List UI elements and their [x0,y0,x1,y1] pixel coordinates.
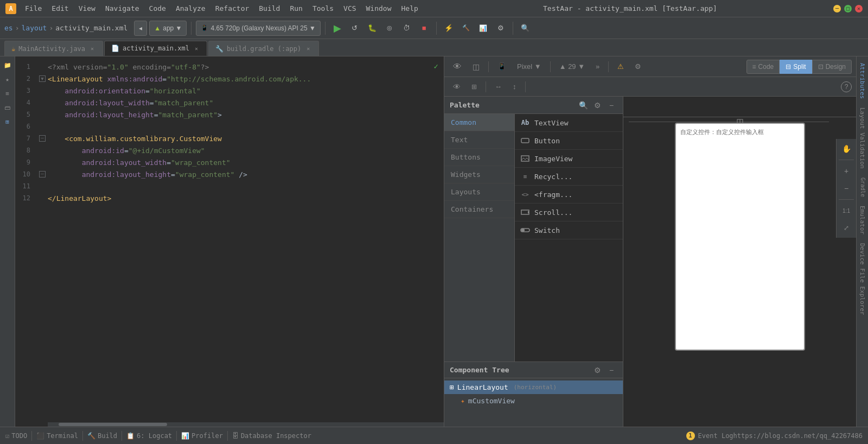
restore-button[interactable]: □ [844,5,852,12]
pixel-btn[interactable]: Pixel ▼ [513,60,546,74]
eye-toggle-btn[interactable]: 👁 [449,60,466,74]
fold-icon-10[interactable]: ─ [39,171,46,177]
breadcrumb-layout[interactable]: layout [21,24,47,32]
move-up-btn[interactable]: ↕ [508,80,521,94]
status-event[interactable]: 1 Event Loghttps://blog.csdn.net/qq_4226… [686,432,863,440]
tab-activity-main[interactable]: 📄 activity_main.xml ✕ [104,41,207,56]
code-horizontal-scrollbar[interactable] [48,422,444,427]
help-btn[interactable]: ? [841,81,852,92]
app-selector[interactable]: ▲ app ▼ [149,21,187,36]
tab-close-build-gradle[interactable]: ✕ [304,45,312,53]
warn-btn[interactable]: ⚠ [613,60,628,74]
profiler-button[interactable]: 📊 [476,21,491,36]
zoom-in-btn[interactable]: + [839,163,854,179]
menu-edit[interactable]: Edit [47,3,73,14]
palette-item-switch[interactable]: Switch [515,221,623,239]
menu-help[interactable]: Help [397,3,423,14]
palette-item-textview[interactable]: Ab TextView [515,114,623,132]
search-everywhere[interactable]: 🔍 [518,21,533,36]
menu-analyze[interactable]: Analyze [171,3,210,14]
settings-btn[interactable]: ⚙ [493,21,508,36]
tab-build-gradle[interactable]: 🔧 build.gradle (:app) ✕ [208,41,319,56]
run-button[interactable]: ▶ [330,21,345,36]
menu-refactor[interactable]: Refactor [211,3,254,14]
close-button[interactable]: ✕ [855,5,863,12]
menu-vcs[interactable]: VCS [339,3,360,14]
palette-settings-btn[interactable]: ⚙ [591,99,603,111]
menu-run[interactable]: Run [285,3,307,14]
sidebar-project[interactable]: 📁 [1,59,14,72]
expand-btn[interactable]: ⤢ [839,220,854,236]
palette-item-imageview[interactable]: ImageView [515,150,623,168]
fold-icon-2[interactable]: ▼ [39,75,46,82]
settings-design-btn[interactable]: ⚙ [630,60,646,74]
status-profiler[interactable]: 📊 Profiler [181,432,223,440]
layout-toolbar-grid-btn[interactable]: ⊞ [467,80,481,94]
api-level-btn[interactable]: ▲ 29 ▼ [555,60,589,74]
palette-item-recyclerview[interactable]: ≡ Recycl... [515,168,623,186]
breadcrumb-file[interactable]: activity_main.xml [55,24,127,32]
rst-emulator[interactable]: Emulator [857,201,868,239]
blueprint-btn[interactable]: ◫ [468,60,484,74]
sync-button[interactable]: ⚡ [441,21,456,36]
rst-layout-validation[interactable]: Layout Validation [857,103,868,173]
menu-view[interactable]: View [74,3,100,14]
design-view-btn[interactable]: ⊡ Design [812,60,852,74]
palette-search-btn[interactable]: 🔍 [577,99,589,111]
coverage-button[interactable]: ◎ [382,21,397,36]
sidebar-structure[interactable]: ≡ [1,87,14,100]
palette-cat-common[interactable]: Common [444,114,514,131]
palette-item-scrollview[interactable]: Scroll... [515,204,623,221]
palette-cat-widgets[interactable]: Widgets [444,166,514,183]
palette-item-button[interactable]: Button [515,132,623,150]
menu-code[interactable]: Code [145,3,170,14]
back-btn[interactable]: ◂ [134,21,147,36]
menu-navigate[interactable]: Navigate [101,3,144,14]
palette-cat-text[interactable]: Text [444,131,514,149]
breadcrumb-es[interactable]: es [4,24,13,32]
comp-tree-collapse-btn[interactable]: − [605,364,617,376]
fold-icon-7[interactable]: ─ [39,135,46,142]
rerun-button[interactable]: ↺ [347,21,362,36]
more-options-btn[interactable]: » [591,60,604,74]
comp-tree-linearlayout[interactable]: ⊞ LinearLayout (horizontal) [444,380,623,394]
status-todo[interactable]: ☑ TODO [5,432,27,440]
fit-to-screen-btn[interactable]: 1:1 [839,203,854,218]
status-terminal[interactable]: ⬛ Terminal [36,432,78,440]
status-logcat[interactable]: 📋 6: Logcat [126,432,172,440]
comp-tree-settings-btn[interactable]: ⚙ [591,364,603,376]
split-view-btn[interactable]: ⊟ Split [780,60,812,74]
menu-build[interactable]: Build [254,3,284,14]
menu-tools[interactable]: Tools [308,3,338,14]
layout-toolbar-eye-btn[interactable]: 👁 [449,80,465,94]
sidebar-resource-manager[interactable]: 🗃 [1,101,14,114]
move-left-btn[interactable]: ↔ [490,80,506,94]
orientation-btn[interactable]: 📱 [493,60,510,74]
palette-cat-containers[interactable]: Containers [444,201,514,218]
profile-button[interactable]: ⏱ [399,21,414,36]
palette-collapse-btn[interactable]: − [605,99,617,111]
zoom-out-btn[interactable]: − [839,181,854,196]
tab-main-activity[interactable]: ☕ MainActivity.java ✕ [4,41,103,56]
tab-close-main-activity[interactable]: ✕ [88,45,96,53]
gradle-button[interactable]: 🔨 [458,21,474,36]
rst-device-file[interactable]: Device File Explorer [857,239,868,319]
stop-button[interactable]: ■ [417,21,432,36]
status-build[interactable]: 🔨 Build [87,432,117,440]
device-selector[interactable]: 📱 4.65 720p (Galaxy Nexus) API 25 ▼ [196,21,320,36]
hand-tool-btn[interactable]: ✋ [839,141,854,156]
rst-gradle[interactable]: Gradle [857,173,868,201]
debug-button[interactable]: 🐛 [365,21,380,36]
tab-close-activity-main[interactable]: ✕ [193,45,200,52]
palette-cat-layouts[interactable]: Layouts [444,183,514,201]
comp-tree-mcustomview[interactable]: ✦ mCustomView [455,394,623,408]
minimize-button[interactable]: ─ [833,5,841,12]
menu-file[interactable]: File [21,3,46,14]
sidebar-components[interactable]: ⊞ [1,115,14,128]
code-editor[interactable]: 1 <?xml version="1.0" encoding="utf-8"?>… [15,56,444,427]
palette-item-fragment[interactable]: <> <fragm... [515,186,623,204]
code-view-btn[interactable]: ≡ Code [746,60,780,74]
rst-attributes[interactable]: Attributes [857,59,868,103]
menu-window[interactable]: Window [362,3,396,14]
sidebar-favorites[interactable]: ★ [1,73,14,86]
